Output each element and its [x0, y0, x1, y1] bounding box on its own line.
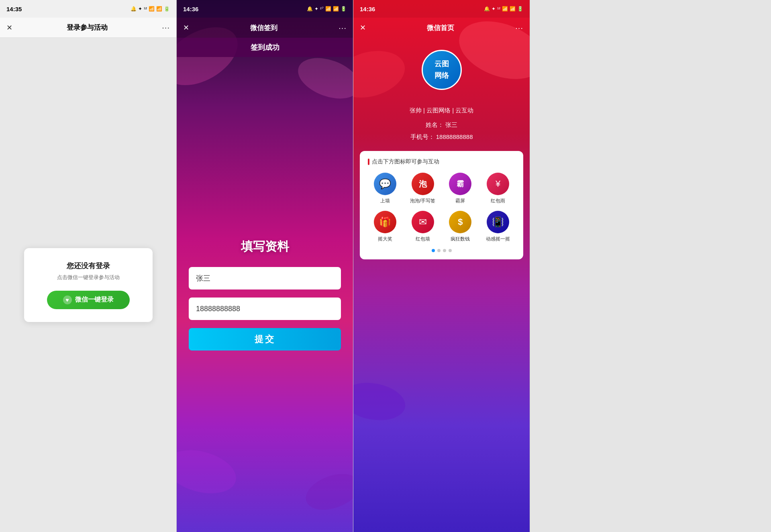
shangqiang-label: 上墙	[380, 198, 390, 204]
icon-item-yaodajiang[interactable]: 🎁 摇大奖	[368, 211, 402, 243]
status-bar-3: 14:36 🔔 ✦ ¹² 📶 📶 🔋	[353, 0, 530, 18]
wechat-icon: ♥	[63, 296, 72, 304]
status-time-2: 14:36	[183, 6, 198, 12]
status-icons-1: 🔔 ✦ ¹² 📶 📶 🔋	[131, 6, 170, 12]
logo-circle: 云图 网络	[422, 50, 462, 90]
logo-line1: 云图	[434, 58, 449, 70]
phone-1: 14:35 🔔 ✦ ¹² 📶 📶 🔋 ✕ 登录参与活动 ··· 您还没有登录 点…	[0, 0, 177, 532]
icon-item-dongan[interactable]: 📳 动感摇一摇	[481, 211, 515, 243]
hongbaoqiang-icon: ✉	[412, 211, 434, 233]
shujian-icon: $	[449, 211, 471, 233]
phone-input[interactable]	[189, 298, 341, 320]
close-icon-1[interactable]: ✕	[6, 23, 12, 32]
user-phone: 18888888888	[436, 133, 473, 140]
icon-item-shujian[interactable]: $ 疯狂数钱	[443, 211, 478, 243]
nav-title-2: 微信签到	[250, 23, 277, 33]
card-header-bar	[368, 159, 369, 165]
nav-title-3: 微信首页	[427, 23, 454, 33]
login-title: 您还没有登录	[40, 261, 137, 271]
wechat-btn-label: 微信一键登录	[75, 296, 114, 304]
baping-label: 霸屏	[455, 198, 465, 204]
menu-icon-3[interactable]: ···	[515, 23, 523, 33]
p3-blob-3	[353, 378, 408, 425]
shangqiang-icon: 💬	[374, 173, 396, 195]
user-name: 张三	[445, 121, 457, 128]
menu-icon-2[interactable]: ···	[339, 23, 347, 33]
form-title: 填写资料	[241, 238, 289, 255]
form-area: 填写资料 提交	[177, 57, 353, 532]
card-header: 点击下方图标即可参与互动	[368, 158, 515, 165]
close-icon-2[interactable]: ✕	[183, 23, 189, 32]
user-info: 张帅 | 云图网络 | 云互动 姓名： 张三 手机号： 18888888888	[410, 104, 473, 143]
hongbaoyu-label: 红包雨	[491, 198, 505, 204]
phone3-content: 14:36 🔔 ✦ ¹² 📶 📶 🔋 ✕ 微信首页 ··· 云图 网络	[353, 0, 530, 532]
dongan-icon: 📳	[487, 211, 509, 233]
dot-2	[437, 249, 441, 252]
login-subtitle: 点击微信一键登录参与活动	[40, 274, 137, 281]
user-name-label: 姓名：	[426, 121, 444, 128]
status-time-3: 14:36	[360, 6, 375, 12]
name-input[interactable]	[189, 267, 341, 289]
icon-item-hongbaoqiang[interactable]: ✉ 红包墙	[406, 211, 440, 243]
activity-card: 点击下方图标即可参与互动 💬 上墙 泡 泡泡/手写签 霸 霸屏 ¥	[360, 151, 523, 259]
close-icon-3[interactable]: ✕	[360, 23, 366, 32]
baping-icon: 霸	[449, 173, 471, 195]
hongbaoqiang-label: 红包墙	[416, 236, 430, 243]
logo-text: 云图 网络	[434, 58, 449, 82]
yaodajiang-icon: 🎁	[374, 211, 396, 233]
yaodajiang-label: 摇大奖	[378, 236, 392, 243]
icon-item-baping[interactable]: 霸 霸屏	[443, 173, 478, 204]
dot-3	[443, 249, 446, 252]
dot-4	[449, 249, 452, 252]
nav-title-1: 登录参与活动	[67, 23, 108, 32]
hongbaoyu-icon: ¥	[487, 173, 509, 195]
shujian-label: 疯狂数钱	[451, 236, 470, 243]
paopao-label: 泡泡/手写签	[410, 198, 435, 204]
user-phone-row: 手机号： 18888888888	[410, 131, 473, 143]
menu-icon-1[interactable]: ···	[162, 23, 170, 32]
icon-item-hongbaoyu[interactable]: ¥ 红包雨	[481, 173, 515, 204]
phone3-top: 云图 网络 张帅 | 云图网络 | 云互动 姓名： 张三 手机号： 188888…	[353, 38, 530, 143]
status-bar-2: 14:36 🔔 ✦ ²⁷ 📶 📶 🔋	[177, 0, 353, 18]
logo-line2: 网络	[434, 70, 449, 82]
nav-bar-3: ✕ 微信首页 ···	[353, 18, 530, 38]
status-icons-2: 🔔 ✦ ²⁷ 📶 📶 🔋	[307, 6, 347, 12]
phone-2: 14:36 🔔 ✦ ²⁷ 📶 📶 🔋 ✕ 微信签到 ··· 签到成功 填写资料 …	[177, 0, 353, 532]
phone-3: 14:36 🔔 ✦ ¹² 📶 📶 🔋 ✕ 微信首页 ··· 云图 网络	[353, 0, 530, 532]
icon-item-paopao[interactable]: 泡 泡泡/手写签	[406, 173, 440, 204]
nav-bar-2: ✕ 微信签到 ···	[177, 18, 353, 38]
dots-indicator	[368, 249, 515, 252]
dongan-label: 动感摇一摇	[486, 236, 510, 243]
paopao-icon: 泡	[412, 173, 434, 195]
user-title: 张帅 | 云图网络 | 云互动	[410, 104, 473, 116]
wechat-login-button[interactable]: ♥ 微信一键登录	[47, 291, 130, 309]
icons-grid: 💬 上墙 泡 泡泡/手写签 霸 霸屏 ¥ 红包雨 🎁	[368, 173, 515, 243]
status-icons-3: 🔔 ✦ ¹² 📶 📶 🔋	[484, 6, 523, 12]
status-bar-1: 14:35 🔔 ✦ ¹² 📶 📶 🔋	[0, 0, 176, 18]
status-time-1: 14:35	[6, 6, 22, 12]
submit-button[interactable]: 提交	[189, 328, 341, 351]
dot-1	[432, 249, 435, 252]
success-banner: 签到成功	[177, 38, 353, 57]
phone1-content: 您还没有登录 点击微信一键登录参与活动 ♥ 微信一键登录	[0, 38, 176, 532]
user-phone-label: 手机号：	[410, 133, 434, 140]
login-card: 您还没有登录 点击微信一键登录参与活动 ♥ 微信一键登录	[24, 248, 153, 322]
user-name-row: 姓名： 张三	[410, 119, 473, 131]
card-header-text: 点击下方图标即可参与互动	[372, 158, 439, 165]
icon-item-shangqiang[interactable]: 💬 上墙	[368, 173, 402, 204]
nav-bar-1: ✕ 登录参与活动 ···	[0, 18, 176, 38]
